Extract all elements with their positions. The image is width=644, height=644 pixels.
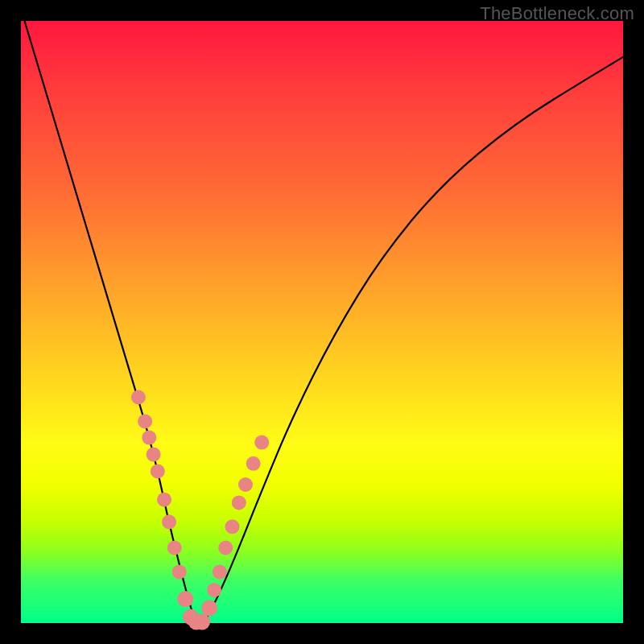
- highlight-marker: [207, 583, 221, 597]
- highlight-marker: [232, 495, 246, 510]
- highlight-marker: [147, 448, 161, 462]
- highlight-marker: [201, 600, 217, 616]
- highlight-marker: [157, 493, 171, 507]
- plot-area: [21, 21, 623, 623]
- highlight-marker: [254, 436, 269, 450]
- highlight-marker: [131, 390, 146, 405]
- bottleneck-curve: [21, 9, 623, 623]
- highlight-marker: [142, 431, 156, 445]
- chart-svg: [21, 21, 623, 623]
- highlight-marker: [167, 541, 182, 555]
- highlight-marker: [194, 614, 210, 630]
- highlight-marker: [162, 514, 176, 529]
- highlight-marker: [238, 477, 253, 492]
- highlight-marker: [151, 464, 165, 479]
- highlight-marker: [225, 519, 240, 534]
- highlight-marker: [213, 564, 227, 579]
- highlight-marker: [246, 456, 261, 471]
- watermark-text: TheBottleneck.com: [480, 3, 634, 24]
- highlight-marker: [177, 591, 193, 607]
- highlight-marker: [218, 541, 233, 555]
- chart-stage: TheBottleneck.com: [0, 0, 644, 644]
- highlight-marker: [138, 414, 152, 428]
- marker-group: [131, 390, 269, 630]
- highlight-marker: [172, 564, 187, 579]
